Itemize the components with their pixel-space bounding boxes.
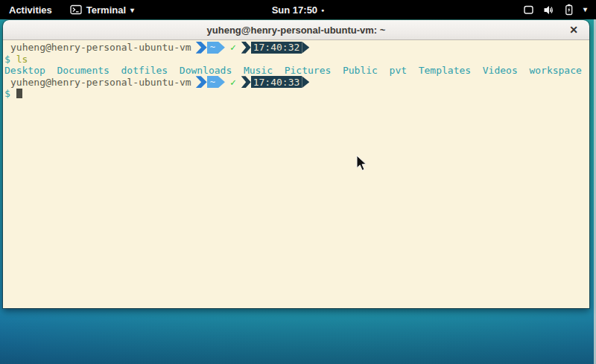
powerline-path-segment: ~ (196, 42, 225, 54)
text-cursor (16, 89, 22, 98)
powerline-chevron-icon (196, 42, 207, 54)
notification-dot-icon: ● (321, 7, 324, 13)
terminal-content[interactable]: yuheng@henry-personal-ubuntu-vm ~ ✓ 17:4… (3, 40, 589, 308)
prompt-time: 17:40:33 (251, 76, 302, 88)
app-menu-label: Terminal (86, 4, 126, 16)
prompt-path: ~ (207, 76, 218, 88)
app-menu-button[interactable]: Terminal ▾ (61, 0, 143, 19)
status-check-icon: ✓ (230, 77, 236, 89)
volume-icon (543, 4, 554, 16)
display-icon (523, 4, 534, 16)
time-chevron-icon (241, 76, 251, 88)
terminal-app-icon (70, 4, 82, 15)
desktop-background: Activities Terminal ▾ Sun 17:50 ● (0, 0, 596, 364)
powerline-arrow-icon (218, 42, 225, 54)
window-title: yuheng@henry-personal-ubuntu-vm: ~ (207, 25, 386, 36)
status-check-icon: ✓ (230, 42, 236, 54)
terminal-window: yuheng@henry-personal-ubuntu-vm: ~ ✕ yuh… (3, 20, 589, 308)
shell-prompt-sign: $ (4, 54, 10, 65)
prompt-time: 17:40:32 (251, 42, 302, 54)
time-badge: 17:40:33 (241, 76, 310, 88)
current-command-line: $ (4, 88, 588, 100)
close-button[interactable]: ✕ (566, 23, 581, 36)
time-arrow-icon (302, 76, 309, 88)
top-bar: Activities Terminal ▾ Sun 17:50 ● (0, 0, 596, 19)
prompt-user-host: yuheng@henry-personal-ubuntu-vm (10, 42, 191, 54)
clock-button[interactable]: Sun 17:50 ● (264, 0, 332, 19)
time-badge: 17:40:32 (241, 42, 310, 54)
system-menu-chevron-icon: ▾ (583, 6, 587, 13)
chevron-down-icon: ▾ (130, 7, 134, 14)
titlebar[interactable]: yuheng@henry-personal-ubuntu-vm: ~ ✕ (3, 20, 589, 40)
time-chevron-icon (241, 42, 251, 54)
command-line: $ ls (4, 54, 588, 66)
activities-button[interactable]: Activities (0, 0, 61, 19)
powerline-arrow-icon (218, 76, 225, 88)
time-arrow-icon (302, 42, 309, 54)
ls-output-line: Desktop Documents dotfiles Downloads Mus… (4, 65, 588, 77)
prompt-path: ~ (207, 42, 218, 54)
prompt-user-host: yuheng@henry-personal-ubuntu-vm (10, 77, 191, 89)
system-status-area[interactable]: ▾ (514, 0, 596, 19)
prompt-line: yuheng@henry-personal-ubuntu-vm ~ ✓ 17:4… (4, 42, 588, 54)
typed-command: ls (16, 54, 28, 65)
top-bar-left: Activities Terminal ▾ (0, 0, 143, 19)
powerline-chevron-icon (196, 76, 207, 88)
powerline-path-segment: ~ (196, 76, 225, 88)
clock-label: Sun 17:50 (272, 4, 317, 16)
battery-charging-icon (563, 4, 574, 16)
prompt-line: yuheng@henry-personal-ubuntu-vm ~ ✓ 17:4… (4, 77, 588, 89)
shell-prompt-sign: $ (4, 88, 10, 99)
